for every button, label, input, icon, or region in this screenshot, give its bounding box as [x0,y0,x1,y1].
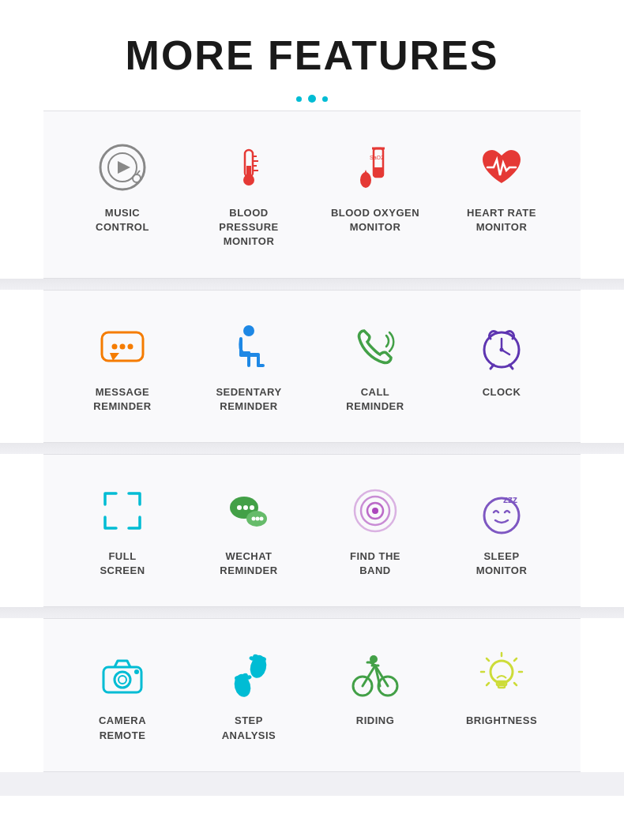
heart-rate-label: HEART RATEMONITOR [467,206,536,234]
svg-line-74 [514,658,517,661]
svg-point-38 [243,505,248,510]
svg-point-53 [134,669,139,674]
wechat-reminder-label: WECHATREMINDER [220,549,277,578]
svg-line-79 [487,683,489,685]
sedentary-reminder-label: SEDENTARYREMINDER [216,385,281,414]
feature-blood-oxygen: SaO2 BLOOD OXYGENMONITOR [312,140,438,234]
feature-heart-rate: HEART RATEMONITOR [438,140,565,234]
feature-find-band: FIND THEBAND [312,483,438,578]
svg-line-32 [509,365,513,369]
page-title: MORE FEATURES [126,32,499,79]
feature-sleep-monitor: zzz SLEEPMONITOR [438,483,565,578]
call-reminder-label: CALLREMINDER [346,385,404,414]
feature-clock: CLOCK [438,319,565,399]
camera-remote-label: CAMERAREMOTE [99,714,146,742]
decorative-dots [296,95,328,103]
blood-oxygen-label: BLOOD OXYGENMONITOR [331,206,419,234]
svg-point-42 [256,516,260,520]
svg-point-41 [252,516,256,520]
svg-rect-14 [374,167,383,177]
svg-point-22 [128,343,133,349]
svg-point-52 [118,676,126,684]
feature-full-screen: FULLSCREEN [59,483,186,578]
svg-line-77 [487,658,489,661]
step-analysis-label: STEPANALYSIS [222,714,276,742]
feature-music-control: MUSICCONTROL [59,140,186,234]
message-reminder-label: MESSAGEREMINDER [93,385,151,414]
divider-3 [0,607,624,618]
full-screen-icon [95,483,150,538]
features-row-3: FULLSCREEN WECHATREMINDER [43,454,581,607]
features-row-2: MESSAGEREMINDER SEDENTARYREMINDER [43,290,581,443]
sleep-monitor-icon: zzz [474,483,529,538]
brightness-label: BRIGHTNESS [466,714,537,728]
blood-pressure-label: BLOODPRESSUREMONITOR [219,206,279,249]
svg-point-37 [237,505,242,510]
full-screen-label: FULLSCREEN [100,549,145,578]
svg-point-70 [491,661,513,683]
feature-wechat-reminder: WECHATREMINDER [186,483,312,578]
brightness-icon [474,647,529,703]
clock-icon [474,319,529,374]
svg-line-5 [137,171,140,174]
feature-message-reminder: MESSAGEREMINDER [59,319,186,414]
svg-point-35 [500,347,504,351]
feature-brightness: BRIGHTNESS [438,647,565,728]
svg-line-76 [514,683,517,685]
music-control-label: MUSICCONTROL [96,206,149,234]
blood-oxygen-icon: SaO2 [348,140,403,195]
svg-point-39 [250,505,254,510]
svg-text:zzz: zzz [503,494,517,505]
svg-point-69 [370,655,378,663]
svg-marker-3 [118,161,130,174]
svg-point-20 [112,343,118,349]
svg-point-4 [133,174,141,182]
wechat-reminder-icon [221,483,276,538]
call-reminder-icon [348,319,403,374]
svg-text:SaO2: SaO2 [370,155,384,160]
svg-point-51 [115,672,130,688]
music-control-icon [95,140,150,195]
feature-sedentary-reminder: SEDENTARYREMINDER [186,319,312,414]
svg-line-31 [491,365,494,369]
svg-rect-8 [246,166,251,180]
camera-remote-icon [95,647,150,703]
sedentary-reminder-icon [221,319,276,374]
svg-point-24 [243,325,254,336]
find-band-icon [348,483,403,538]
heart-rate-icon [474,140,529,195]
svg-point-43 [260,516,264,520]
divider-1 [0,279,624,290]
features-row-4: CAMERAREMOTE STEPANALYSIS [43,618,581,771]
riding-label: RIDING [356,714,395,728]
clock-label: CLOCK [483,385,521,399]
riding-icon [348,647,403,703]
feature-camera-remote: CAMERAREMOTE [59,647,186,742]
blood-pressure-icon [221,140,276,195]
feature-step-analysis: STEPANALYSIS [186,647,312,742]
find-band-label: FIND THEBAND [350,549,400,578]
sleep-monitor-label: SLEEPMONITOR [476,549,528,578]
step-analysis-icon [221,647,276,703]
features-row-1: MUSICCONTROL BLOODPRESSUREMONITOR [43,111,581,279]
message-reminder-icon [95,319,150,374]
feature-call-reminder: CALLREMINDER [312,319,438,414]
feature-riding: RIDING [312,647,438,728]
feature-blood-pressure: BLOODPRESSUREMONITOR [186,140,312,249]
divider-4 [0,772,624,796]
divider-2 [0,443,624,454]
svg-point-21 [120,343,126,349]
svg-point-47 [372,508,378,514]
